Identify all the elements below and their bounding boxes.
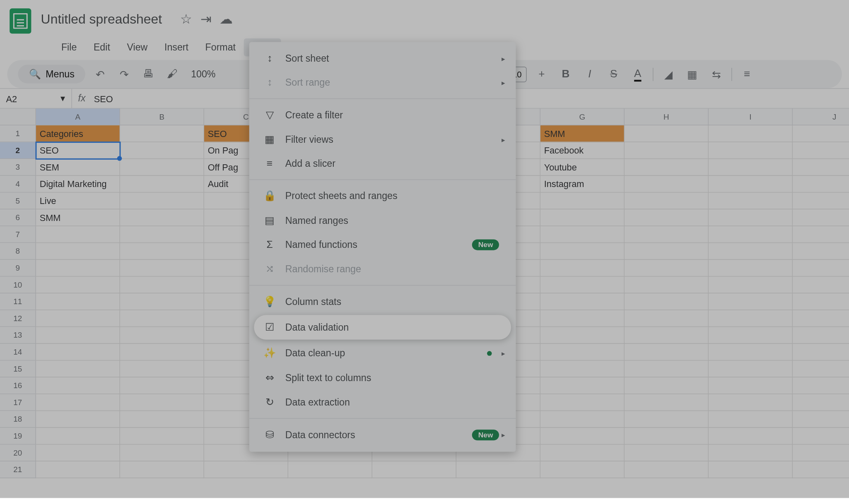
cell[interactable]: [120, 176, 204, 193]
cell[interactable]: [540, 444, 625, 461]
row-header[interactable]: 5: [0, 192, 36, 209]
cell[interactable]: [793, 360, 849, 377]
row-header[interactable]: 2: [0, 142, 36, 159]
cell[interactable]: [625, 327, 709, 344]
cell[interactable]: [120, 276, 204, 293]
cell[interactable]: [120, 461, 204, 478]
cell[interactable]: [120, 125, 204, 142]
bold-button[interactable]: B: [557, 65, 575, 83]
cell[interactable]: [709, 243, 793, 260]
menu-data-connectors[interactable]: ⛁ Data connectors New ▸: [249, 422, 516, 447]
cell[interactable]: [793, 125, 849, 142]
cell[interactable]: [709, 226, 793, 243]
cell[interactable]: [540, 411, 625, 428]
cell[interactable]: [540, 243, 625, 260]
cell[interactable]: [120, 142, 204, 159]
cell[interactable]: SMM: [540, 125, 625, 142]
cell[interactable]: [709, 159, 793, 176]
cell[interactable]: [793, 428, 849, 445]
col-header-A[interactable]: A: [36, 108, 120, 125]
row-header[interactable]: 3: [0, 159, 36, 176]
document-title[interactable]: Untitled spreadsheet: [37, 10, 166, 29]
cell[interactable]: [540, 344, 625, 361]
cell[interactable]: [120, 192, 204, 209]
row-header[interactable]: 1: [0, 125, 36, 142]
cell[interactable]: [36, 310, 120, 327]
cell[interactable]: Youtube: [540, 159, 625, 176]
row-header[interactable]: 16: [0, 377, 36, 394]
cell[interactable]: [540, 377, 625, 394]
cell[interactable]: [120, 310, 204, 327]
cell[interactable]: [36, 461, 120, 478]
cell[interactable]: [625, 444, 709, 461]
merge-button[interactable]: ⇆: [707, 65, 726, 83]
cell[interactable]: [625, 360, 709, 377]
cell[interactable]: [709, 192, 793, 209]
cell[interactable]: [36, 293, 120, 310]
row-header[interactable]: 6: [0, 209, 36, 226]
menu-view[interactable]: View: [118, 38, 156, 57]
row-header[interactable]: 17: [0, 394, 36, 411]
cell[interactable]: [793, 159, 849, 176]
cell[interactable]: [793, 310, 849, 327]
text-color-button[interactable]: A: [629, 65, 647, 83]
cell[interactable]: [36, 444, 120, 461]
name-box[interactable]: A2 ▾: [0, 89, 72, 108]
col-header-B[interactable]: B: [120, 108, 204, 125]
cell[interactable]: [625, 176, 709, 193]
cell[interactable]: [709, 176, 793, 193]
row-header[interactable]: 12: [0, 310, 36, 327]
cell[interactable]: [120, 243, 204, 260]
move-icon[interactable]: ⇥: [200, 12, 211, 27]
row-header[interactable]: 20: [0, 444, 36, 461]
cell[interactable]: [36, 394, 120, 411]
menu-insert[interactable]: Insert: [156, 38, 197, 57]
cell[interactable]: [793, 344, 849, 361]
cell[interactable]: [793, 260, 849, 277]
italic-button[interactable]: I: [581, 65, 599, 83]
menu-file[interactable]: File: [53, 38, 85, 57]
cell[interactable]: [793, 226, 849, 243]
print-button[interactable]: 🖶: [139, 65, 157, 83]
cell[interactable]: [288, 461, 372, 478]
cell[interactable]: [793, 411, 849, 428]
col-header-G[interactable]: G: [540, 108, 625, 125]
cell[interactable]: [793, 377, 849, 394]
cell[interactable]: [625, 394, 709, 411]
cell[interactable]: Live: [36, 192, 120, 209]
cell[interactable]: [709, 209, 793, 226]
cell[interactable]: [120, 260, 204, 277]
col-header-H[interactable]: H: [625, 108, 709, 125]
cell[interactable]: [793, 394, 849, 411]
cell[interactable]: SEM: [36, 159, 120, 176]
cell[interactable]: [625, 142, 709, 159]
row-header[interactable]: 19: [0, 428, 36, 445]
cell[interactable]: [120, 344, 204, 361]
menu-filter-views[interactable]: ▦ Filter views ▸: [249, 127, 516, 151]
cell[interactable]: [625, 276, 709, 293]
cell[interactable]: Categories: [36, 125, 120, 142]
cell[interactable]: [625, 226, 709, 243]
cell[interactable]: [625, 293, 709, 310]
col-header-I[interactable]: I: [709, 108, 793, 125]
menus-search[interactable]: 🔍 Menus: [18, 65, 85, 84]
menu-format[interactable]: Format: [197, 38, 244, 57]
row-header[interactable]: 7: [0, 226, 36, 243]
menu-edit[interactable]: Edit: [85, 38, 119, 57]
menu-named-ranges[interactable]: ▤ Named ranges: [249, 208, 516, 233]
cell[interactable]: [793, 209, 849, 226]
cell[interactable]: [540, 192, 625, 209]
row-header[interactable]: 13: [0, 327, 36, 344]
row-header[interactable]: 4: [0, 176, 36, 193]
menu-data-validation[interactable]: ☑ Data validation: [254, 315, 511, 339]
cell[interactable]: [540, 428, 625, 445]
cell[interactable]: [793, 276, 849, 293]
col-header-J[interactable]: J: [793, 108, 849, 125]
cell[interactable]: [793, 142, 849, 159]
cell[interactable]: [36, 344, 120, 361]
align-button[interactable]: ≡: [738, 65, 756, 83]
cloud-icon[interactable]: ☁: [219, 12, 233, 27]
cell[interactable]: [709, 360, 793, 377]
cell[interactable]: [120, 377, 204, 394]
cell[interactable]: [793, 293, 849, 310]
